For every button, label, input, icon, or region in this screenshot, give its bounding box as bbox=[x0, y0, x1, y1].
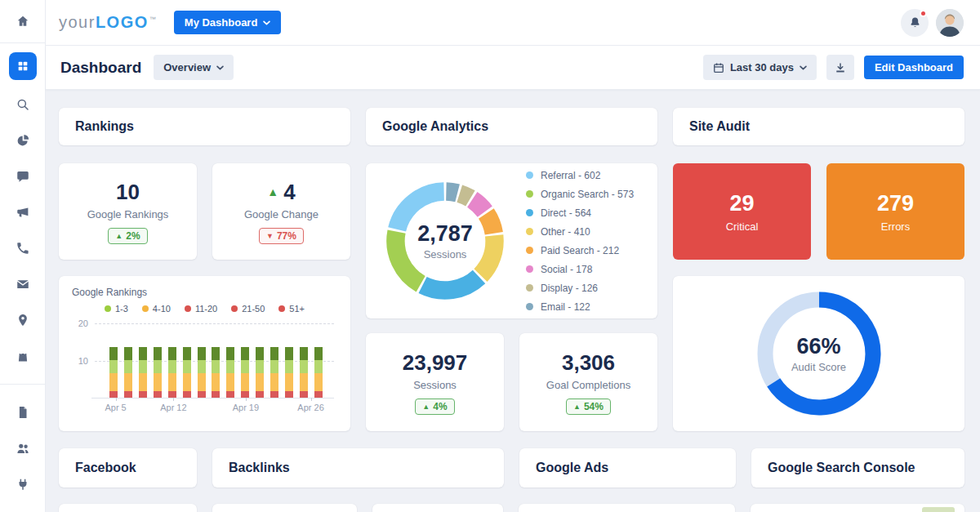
badge-value: 77% bbox=[277, 230, 296, 242]
bar-segment bbox=[285, 347, 293, 360]
bar-segment bbox=[226, 360, 234, 374]
bar-segment bbox=[198, 391, 206, 398]
legend-label: Organic Search - 573 bbox=[541, 189, 634, 200]
site-audit-title-card: Site Audit bbox=[673, 108, 964, 145]
legend-label: 11-20 bbox=[195, 304, 217, 314]
page-header: Dashboard Overview Last 30 days Edit Das… bbox=[46, 46, 980, 90]
bar-segment bbox=[139, 347, 147, 360]
date-range-button[interactable]: Last 30 days bbox=[703, 55, 817, 80]
bar-segment bbox=[168, 360, 176, 374]
users-icon[interactable] bbox=[15, 440, 31, 456]
bar-segment bbox=[198, 347, 206, 360]
stat-value: 10 bbox=[116, 180, 140, 205]
section-title: Site Audit bbox=[689, 119, 750, 134]
legend-label: 1-3 bbox=[115, 304, 128, 314]
section-title: Facebook bbox=[75, 461, 136, 475]
badge-value: 2% bbox=[126, 230, 140, 242]
down-arrow-icon: ▼ bbox=[266, 232, 274, 240]
bar-segment bbox=[314, 373, 323, 391]
edit-dashboard-button[interactable]: Edit Dashboard bbox=[864, 56, 964, 79]
legend-item: 51+ bbox=[278, 304, 305, 314]
badge-value: 4% bbox=[433, 401, 447, 412]
legend-dot-icon bbox=[526, 190, 533, 198]
stacked-bar bbox=[168, 347, 176, 398]
date-range-label: Last 30 days bbox=[730, 61, 794, 73]
stacked-bar bbox=[212, 347, 220, 398]
legend-label: Display - 126 bbox=[541, 283, 598, 294]
y-axis-tick-label: 10 bbox=[72, 356, 88, 366]
trend-badge: ▲4% bbox=[415, 398, 454, 415]
megaphone-icon[interactable] bbox=[15, 204, 31, 220]
stacked-bar bbox=[226, 347, 234, 398]
stat-label: Google Rankings bbox=[87, 208, 169, 220]
download-button[interactable] bbox=[826, 55, 854, 80]
audit-score-gauge: 66% Audit Score bbox=[749, 283, 889, 424]
legend-item: Display - 126 bbox=[526, 283, 634, 294]
bar-segment bbox=[226, 373, 234, 391]
mail-icon[interactable] bbox=[15, 276, 31, 292]
google-change-stat-card: ▲4 Google Change ▼77% bbox=[212, 163, 350, 260]
search-icon[interactable] bbox=[15, 96, 31, 113]
bar-segment bbox=[168, 391, 176, 398]
chart-title: Google Rankings bbox=[72, 287, 337, 298]
bar-segment bbox=[226, 391, 234, 398]
plug-icon[interactable] bbox=[15, 476, 31, 492]
donut-legend: Referral - 602Organic Search - 573Direct… bbox=[526, 170, 634, 313]
section-title: Rankings bbox=[75, 119, 134, 134]
bar-segment bbox=[241, 347, 249, 360]
page-title: Dashboard bbox=[60, 59, 141, 77]
legend-item: Referral - 602 bbox=[526, 170, 634, 181]
rankings-title-card: Rankings bbox=[59, 108, 350, 145]
rankings-section: Rankings 10 Google Rankings ▲2% ▲4 Googl… bbox=[59, 108, 350, 431]
user-avatar[interactable] bbox=[936, 9, 964, 37]
chevron-down-icon bbox=[263, 20, 270, 25]
legend-dot-icon bbox=[185, 305, 191, 312]
bar-segment bbox=[285, 373, 293, 391]
notifications-button[interactable] bbox=[901, 9, 929, 37]
search-console-title-card: Google Search Console bbox=[751, 448, 964, 488]
bar-segment bbox=[124, 360, 132, 374]
logo-text-bold: LOGO bbox=[96, 13, 149, 32]
view-selector-button[interactable]: Overview bbox=[154, 55, 234, 80]
audit-score-label: Audit Score bbox=[791, 361, 846, 373]
location-pin-icon[interactable] bbox=[15, 312, 31, 328]
stacked-bar bbox=[154, 347, 162, 398]
critical-issues-card: 29 Critical bbox=[673, 163, 811, 260]
download-icon bbox=[835, 62, 846, 73]
legend-item: 11-20 bbox=[185, 304, 217, 314]
chat-icon[interactable] bbox=[15, 168, 31, 185]
top-bar: yourLOGO™ My Dashboard bbox=[46, 0, 980, 46]
errors-label: Errors bbox=[881, 220, 910, 233]
bar-segment bbox=[226, 347, 234, 360]
x-axis-tick bbox=[173, 398, 174, 401]
google-analytics-section: Google Analytics 2,787 Sessions Referral… bbox=[366, 108, 657, 431]
shopping-bag-icon[interactable] bbox=[15, 348, 31, 364]
bar-segment bbox=[300, 347, 308, 360]
home-icon[interactable] bbox=[15, 13, 31, 29]
bar-segment bbox=[300, 391, 308, 398]
errors-card: 279 Errors bbox=[826, 163, 964, 260]
dashboard-grid-icon bbox=[16, 60, 29, 73]
bar-segment bbox=[300, 373, 308, 391]
bar-segment bbox=[109, 391, 118, 398]
legend-dot-icon bbox=[105, 305, 111, 312]
legend-item: 1-3 bbox=[105, 304, 128, 314]
file-icon[interactable] bbox=[15, 404, 31, 421]
chevron-down-icon bbox=[800, 65, 807, 70]
sidebar-item-dashboard[interactable] bbox=[9, 52, 37, 80]
section-title: Google Search Console bbox=[768, 461, 915, 475]
bar-segment bbox=[241, 373, 249, 391]
bar-segment bbox=[183, 347, 191, 360]
phone-icon[interactable] bbox=[15, 240, 31, 256]
bar-segment bbox=[270, 347, 278, 360]
bar-segment bbox=[256, 347, 264, 360]
chevron-down-icon bbox=[216, 65, 224, 70]
app-window: yourLOGO™ My Dashboard bbox=[0, 0, 980, 512]
stacked-bar bbox=[139, 347, 147, 398]
up-arrow-icon: ▲ bbox=[573, 403, 581, 411]
stacked-bar bbox=[285, 347, 293, 398]
sidebar-divider bbox=[0, 384, 45, 385]
pie-chart-icon[interactable] bbox=[15, 132, 31, 149]
section-title: Google Ads bbox=[536, 461, 608, 475]
my-dashboard-button[interactable]: My Dashboard bbox=[174, 11, 282, 34]
